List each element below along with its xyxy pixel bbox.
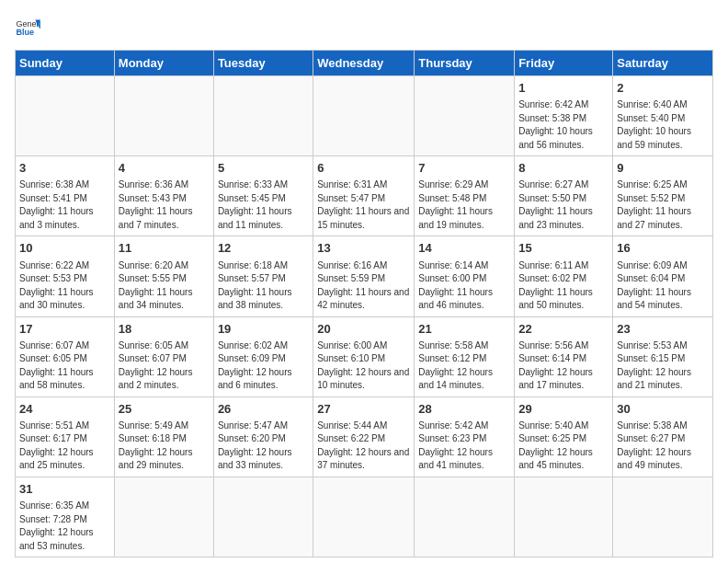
day-info: Sunrise: 6:27 AM Sunset: 5:50 PM Dayligh… [518,178,609,232]
calendar-cell [114,477,213,557]
day-info: Sunrise: 6:36 AM Sunset: 5:43 PM Dayligh… [119,178,210,232]
day-number: 21 [418,321,510,338]
day-number: 8 [518,160,609,177]
day-number: 14 [418,240,510,257]
day-info: Sunrise: 6:14 AM Sunset: 6:00 PM Dayligh… [418,259,510,313]
day-info: Sunrise: 6:05 AM Sunset: 6:07 PM Dayligh… [119,339,210,393]
calendar-cell: 24Sunrise: 5:51 AM Sunset: 6:17 PM Dayli… [16,396,115,477]
day-info: Sunrise: 6:11 AM Sunset: 6:02 PM Dayligh… [518,259,609,313]
day-info: Sunrise: 5:42 AM Sunset: 6:23 PM Dayligh… [418,419,510,473]
day-info: Sunrise: 6:25 AM Sunset: 5:52 PM Dayligh… [617,178,709,232]
calendar-cell: 18Sunrise: 6:05 AM Sunset: 6:07 PM Dayli… [114,316,213,396]
calendar-cell [16,76,115,156]
col-header-saturday: Saturday [613,51,713,76]
calendar-cell: 6Sunrise: 6:31 AM Sunset: 5:47 PM Daylig… [313,156,415,236]
day-info: Sunrise: 6:33 AM Sunset: 5:45 PM Dayligh… [218,178,309,232]
calendar-cell: 30Sunrise: 5:38 AM Sunset: 6:27 PM Dayli… [613,396,713,477]
day-number: 24 [19,401,110,418]
calendar-cell: 22Sunrise: 5:56 AM Sunset: 6:14 PM Dayli… [515,316,613,396]
day-info: Sunrise: 5:40 AM Sunset: 6:25 PM Dayligh… [518,419,609,473]
calendar-cell: 2Sunrise: 6:40 AM Sunset: 5:40 PM Daylig… [613,76,713,156]
day-number: 15 [518,240,609,257]
calendar-cell: 4Sunrise: 6:36 AM Sunset: 5:43 PM Daylig… [114,156,213,236]
day-number: 1 [518,80,609,97]
calendar-cell: 15Sunrise: 6:11 AM Sunset: 6:02 PM Dayli… [515,236,613,316]
header: General Blue [15,15,713,40]
calendar-cell: 29Sunrise: 5:40 AM Sunset: 6:25 PM Dayli… [515,396,613,477]
col-header-friday: Friday [515,51,613,76]
day-info: Sunrise: 6:18 AM Sunset: 5:57 PM Dayligh… [218,259,309,313]
day-info: Sunrise: 6:22 AM Sunset: 5:53 PM Dayligh… [19,259,110,313]
col-header-tuesday: Tuesday [213,51,313,76]
day-info: Sunrise: 5:38 AM Sunset: 6:27 PM Dayligh… [617,419,709,473]
calendar-cell: 27Sunrise: 5:44 AM Sunset: 6:22 PM Dayli… [313,396,415,477]
calendar-week-1: 1Sunrise: 6:42 AM Sunset: 5:38 PM Daylig… [16,76,713,156]
day-number: 25 [119,401,210,418]
day-number: 10 [19,240,110,257]
calendar-cell: 5Sunrise: 6:33 AM Sunset: 5:45 PM Daylig… [213,156,313,236]
calendar-cell [213,477,313,557]
calendar-cell [313,76,415,156]
day-info: Sunrise: 6:20 AM Sunset: 5:55 PM Dayligh… [119,259,210,313]
day-number: 31 [19,481,110,498]
col-header-sunday: Sunday [16,51,115,76]
day-info: Sunrise: 5:53 AM Sunset: 6:15 PM Dayligh… [617,339,709,393]
day-number: 13 [317,240,410,257]
day-number: 9 [617,160,709,177]
day-number: 16 [617,240,709,257]
calendar-cell: 26Sunrise: 5:47 AM Sunset: 6:20 PM Dayli… [213,396,313,477]
header-row: SundayMondayTuesdayWednesdayThursdayFrid… [16,51,713,76]
calendar-cell: 10Sunrise: 6:22 AM Sunset: 5:53 PM Dayli… [16,236,115,316]
calendar-cell: 9Sunrise: 6:25 AM Sunset: 5:52 PM Daylig… [613,156,713,236]
day-info: Sunrise: 6:16 AM Sunset: 5:59 PM Dayligh… [317,259,410,313]
calendar-cell: 16Sunrise: 6:09 AM Sunset: 6:04 PM Dayli… [613,236,713,316]
calendar-cell: 3Sunrise: 6:38 AM Sunset: 5:41 PM Daylig… [16,156,115,236]
calendar-cell [415,477,515,557]
calendar-week-2: 3Sunrise: 6:38 AM Sunset: 5:41 PM Daylig… [16,156,713,236]
day-number: 4 [119,160,210,177]
day-number: 23 [617,321,709,338]
day-info: Sunrise: 5:44 AM Sunset: 6:22 PM Dayligh… [317,419,410,473]
day-info: Sunrise: 6:09 AM Sunset: 6:04 PM Dayligh… [617,259,709,313]
day-number: 27 [317,401,410,418]
day-number: 29 [518,401,609,418]
calendar-header: SundayMondayTuesdayWednesdayThursdayFrid… [16,51,713,76]
calendar-cell: 7Sunrise: 6:29 AM Sunset: 5:48 PM Daylig… [415,156,515,236]
day-info: Sunrise: 5:58 AM Sunset: 6:12 PM Dayligh… [418,339,510,393]
day-info: Sunrise: 5:56 AM Sunset: 6:14 PM Dayligh… [518,339,609,393]
calendar-week-4: 17Sunrise: 6:07 AM Sunset: 6:05 PM Dayli… [16,316,713,396]
day-number: 11 [119,240,210,257]
day-number: 22 [518,321,609,338]
calendar-cell: 13Sunrise: 6:16 AM Sunset: 5:59 PM Dayli… [313,236,415,316]
day-info: Sunrise: 5:51 AM Sunset: 6:17 PM Dayligh… [19,419,110,473]
calendar-cell [313,477,415,557]
day-info: Sunrise: 6:35 AM Sunset: 7:28 PM Dayligh… [19,500,110,553]
day-number: 18 [119,321,210,338]
day-number: 2 [617,80,709,97]
calendar-body: 1Sunrise: 6:42 AM Sunset: 5:38 PM Daylig… [16,76,713,557]
day-number: 17 [19,321,110,338]
calendar-cell [613,477,713,557]
col-header-thursday: Thursday [415,51,515,76]
calendar-cell: 19Sunrise: 6:02 AM Sunset: 6:09 PM Dayli… [213,316,313,396]
calendar-cell [515,477,613,557]
calendar-cell: 17Sunrise: 6:07 AM Sunset: 6:05 PM Dayli… [16,316,115,396]
day-number: 30 [617,401,709,418]
day-info: Sunrise: 6:31 AM Sunset: 5:47 PM Dayligh… [317,178,410,232]
day-number: 28 [418,401,510,418]
logo: General Blue [15,15,44,40]
calendar-cell: 1Sunrise: 6:42 AM Sunset: 5:38 PM Daylig… [515,76,613,156]
day-number: 6 [317,160,410,177]
calendar-cell: 8Sunrise: 6:27 AM Sunset: 5:50 PM Daylig… [515,156,613,236]
day-info: Sunrise: 5:47 AM Sunset: 6:20 PM Dayligh… [218,419,309,473]
calendar-cell: 25Sunrise: 5:49 AM Sunset: 6:18 PM Dayli… [114,396,213,477]
col-header-wednesday: Wednesday [313,51,415,76]
day-info: Sunrise: 5:49 AM Sunset: 6:18 PM Dayligh… [119,419,210,473]
calendar-week-3: 10Sunrise: 6:22 AM Sunset: 5:53 PM Dayli… [16,236,713,316]
calendar-cell: 12Sunrise: 6:18 AM Sunset: 5:57 PM Dayli… [213,236,313,316]
day-number: 3 [19,160,110,177]
day-info: Sunrise: 6:40 AM Sunset: 5:40 PM Dayligh… [617,98,709,152]
day-info: Sunrise: 6:29 AM Sunset: 5:48 PM Dayligh… [418,178,510,232]
svg-text:Blue: Blue [16,28,34,37]
day-info: Sunrise: 6:02 AM Sunset: 6:09 PM Dayligh… [218,339,309,393]
